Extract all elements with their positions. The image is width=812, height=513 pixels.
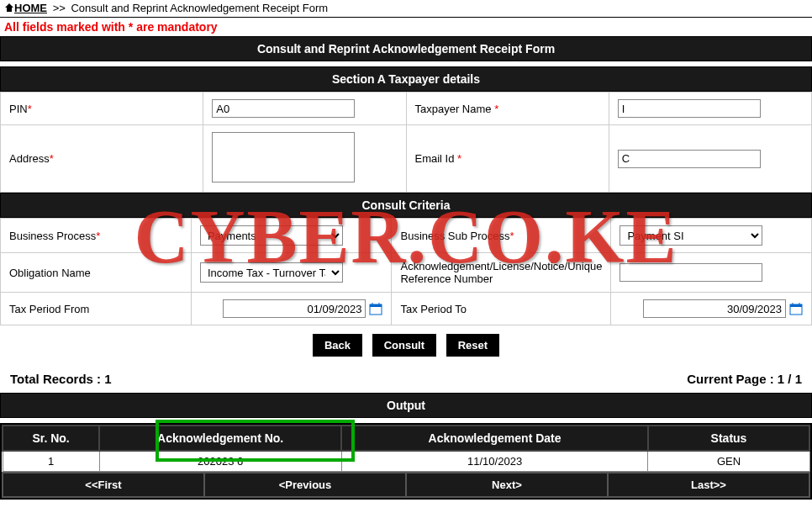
consult-button[interactable]: Consult: [372, 334, 436, 357]
total-records-label: Total Records :: [10, 372, 104, 386]
asterisk: *: [494, 103, 498, 115]
tax-period-from-label: Tax Period From: [9, 303, 89, 315]
svg-rect-5: [790, 304, 802, 307]
output-table: Sr. No. Acknowledgement No. Acknowledgem…: [2, 425, 810, 472]
email-label: Email Id: [415, 152, 458, 165]
calendar-icon[interactable]: [789, 302, 803, 315]
pagination-nav: <<First <Previous Next> Last>>: [2, 472, 810, 498]
obligation-name-label: Obligation Name: [9, 267, 91, 279]
col-ackdate: Acknowledgement Date: [341, 426, 648, 451]
nav-next[interactable]: Next>: [406, 473, 608, 497]
cell-ackno[interactable]: 202023 6: [99, 451, 341, 472]
obligation-name-select[interactable]: Income Tax - Turnover Tax: [200, 262, 343, 283]
email-input[interactable]: [618, 150, 761, 168]
breadcrumb-separator: >>: [53, 2, 66, 14]
output-header: Output: [0, 393, 812, 418]
page-title: Consult and Reprint Acknowledgement Rece…: [0, 36, 812, 61]
address-textarea[interactable]: [212, 132, 355, 182]
taxpayer-name-label: Taxpayer Name: [415, 103, 495, 115]
asterisk: *: [28, 103, 32, 115]
ack-ref-label: Acknowledgement/License/Notice/Unique Re…: [400, 260, 602, 285]
calendar-icon[interactable]: [369, 302, 382, 315]
nav-prev[interactable]: <Previous: [204, 473, 406, 497]
business-process-label: Business Process: [9, 230, 96, 242]
pin-input[interactable]: [212, 99, 355, 118]
business-sub-process-select[interactable]: Payment SI: [620, 225, 762, 246]
business-sub-process-label: Business Sub Process: [400, 230, 509, 242]
table-row[interactable]: 1 202023 6 11/10/2023 GEN: [3, 451, 809, 472]
consult-criteria-header: Consult Criteria: [0, 193, 812, 218]
cell-srno: 1: [3, 451, 99, 472]
button-row: Back Consult Reset: [0, 325, 812, 365]
asterisk: *: [50, 152, 54, 165]
ack-ref-input[interactable]: [620, 263, 762, 282]
section-a-table: PIN* Taxpayer Name * Address* Email Id *: [0, 92, 812, 193]
taxpayer-name-input[interactable]: [618, 99, 761, 118]
tax-period-to-input[interactable]: [643, 299, 786, 318]
reset-button[interactable]: Reset: [446, 334, 499, 357]
col-ackno: Acknowledgement No.: [99, 426, 341, 451]
current-page-label: Current Page :: [687, 372, 778, 386]
col-srno: Sr. No.: [3, 426, 99, 451]
breadcrumb-current: Consult and Reprint Acknowledgement Rece…: [71, 2, 328, 14]
nav-last[interactable]: Last>>: [608, 473, 809, 497]
consult-criteria-table: Business Process* Payments Business Sub …: [0, 218, 812, 325]
records-row: Total Records : 1 Current Page : 1 / 1: [0, 365, 812, 393]
svg-rect-1: [370, 304, 382, 307]
current-page-value: 1 / 1: [778, 372, 802, 386]
nav-first[interactable]: <<First: [3, 473, 204, 497]
col-status: Status: [648, 426, 809, 451]
pin-label: PIN: [9, 103, 28, 115]
breadcrumb: HOME >> Consult and Reprint Acknowledgem…: [0, 0, 812, 18]
address-label: Address: [9, 152, 50, 165]
total-records-value: 1: [104, 372, 111, 386]
section-a-header: Section A Taxpayer details: [0, 66, 812, 92]
mandatory-note: All fields marked with * are mandatory: [0, 18, 812, 36]
business-process-select[interactable]: Payments: [200, 225, 343, 246]
back-button[interactable]: Back: [313, 334, 362, 357]
home-icon: [4, 3, 14, 15]
asterisk: *: [96, 230, 100, 242]
asterisk: *: [457, 152, 461, 165]
output-wrapper: Sr. No. Acknowledgement No. Acknowledgem…: [0, 423, 812, 500]
home-link[interactable]: HOME: [14, 2, 47, 14]
tax-period-from-input[interactable]: [223, 299, 366, 318]
asterisk: *: [510, 230, 514, 242]
tax-period-to-label: Tax Period To: [400, 303, 467, 315]
cell-status: GEN: [648, 451, 809, 472]
cell-ackdate: 11/10/2023: [341, 451, 648, 472]
